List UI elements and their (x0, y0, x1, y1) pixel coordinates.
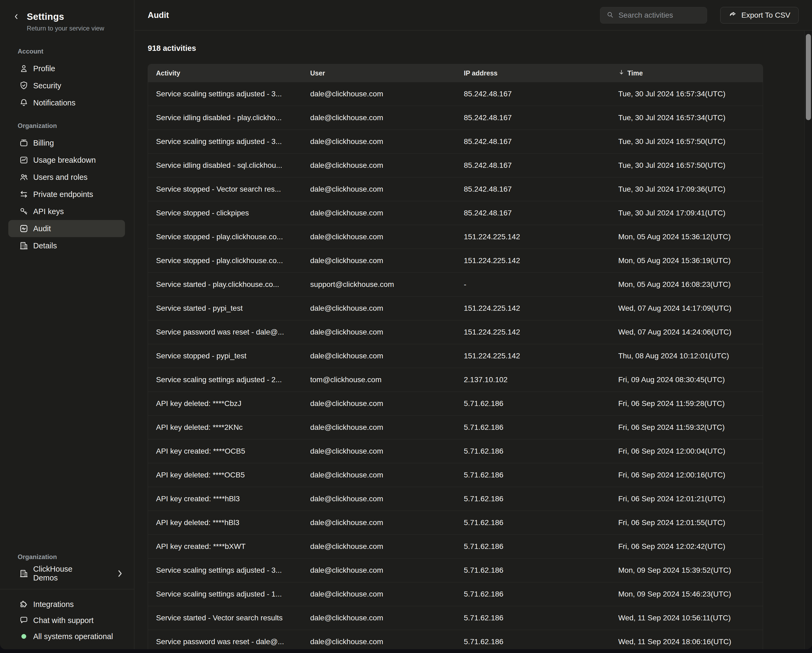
cell-activity: API key deleted: ****hBl3 (148, 519, 310, 527)
column-header-time[interactable]: Time (618, 69, 763, 77)
vertical-scrollbar-track[interactable] (804, 31, 812, 649)
cell-time: Wed, 07 Aug 2024 14:17:09(UTC) (618, 304, 763, 313)
cell-ip-address: 151.224.225.142 (464, 233, 618, 241)
table-row: Service idling disabled - sql.clickhou..… (148, 153, 763, 177)
chat-with-support-link[interactable]: Chat with support (0, 612, 134, 629)
cell-activity: Service started - play.clickhouse.co... (148, 280, 310, 289)
cell-ip-address: 2.137.10.102 (464, 375, 618, 384)
cell-activity: Service scaling settings adjusted - 3... (148, 566, 310, 575)
settings-sidebar: Settings Return to your service view Acc… (0, 0, 134, 649)
building-icon (19, 568, 29, 578)
sidebar-item-audit[interactable]: Audit (8, 220, 125, 237)
table-row: Service scaling settings adjusted - 2...… (148, 368, 763, 392)
system-status-link[interactable]: All systems operational (0, 629, 134, 644)
vertical-scrollbar-thumb[interactable] (806, 34, 811, 120)
building-icon (19, 241, 29, 251)
cell-ip-address: 5.71.62.186 (464, 423, 618, 432)
sidebar-item-label: Profile (33, 64, 55, 73)
cell-ip-address: 5.71.62.186 (464, 614, 618, 622)
table-body: Service scaling settings adjusted - 3...… (148, 82, 763, 649)
chevron-left-icon (13, 13, 20, 21)
cell-ip-address: - (464, 280, 618, 289)
cell-ip-address: 5.71.62.186 (464, 566, 618, 575)
cell-user: dale@clickhouse.com (310, 423, 464, 432)
cell-ip-address: 85.242.48.167 (464, 113, 618, 122)
sidebar-item-label: Private endpoints (33, 190, 93, 199)
cell-user: dale@clickhouse.com (310, 90, 464, 98)
cell-ip-address: 5.71.62.186 (464, 519, 618, 527)
cell-user: dale@clickhouse.com (310, 185, 464, 194)
sidebar-item-label: Notifications (33, 99, 75, 107)
table-row: Service started - play.clickhouse.co...s… (148, 272, 763, 296)
cell-activity: API key deleted: ****OCB5 (148, 471, 310, 479)
sidebar-footer: Integrations Chat with support All syste… (0, 589, 134, 649)
cell-ip-address: 151.224.225.142 (464, 256, 618, 265)
cell-user: dale@clickhouse.com (310, 233, 464, 241)
cell-time: Wed, 07 Aug 2024 14:24:06(UTC) (618, 328, 763, 336)
table-row: Service scaling settings adjusted - 3...… (148, 130, 763, 153)
cell-ip-address: 5.71.62.186 (464, 494, 618, 503)
export-csv-label: Export To CSV (741, 11, 790, 20)
table-row: Service stopped - play.clickhouse.co...d… (148, 225, 763, 249)
cell-activity: API key deleted: ****CbzJ (148, 399, 310, 408)
sidebar-item-label: Details (33, 241, 57, 250)
cell-activity: API key created: ****hBl3 (148, 494, 310, 503)
cell-ip-address: 85.242.48.167 (464, 209, 618, 217)
table-row: Service stopped - Vector search res...da… (148, 177, 763, 201)
cell-ip-address: 5.71.62.186 (464, 590, 618, 598)
cell-time: Mon, 05 Aug 2024 15:36:12(UTC) (618, 233, 763, 241)
back-button[interactable] (12, 11, 21, 23)
cell-activity: Service password was reset - dale@... (148, 638, 310, 646)
cell-activity: Service scaling settings adjusted - 1... (148, 590, 310, 598)
cell-time: Fri, 06 Sep 2024 11:59:32(UTC) (618, 423, 763, 432)
sort-descending-arrow-icon (618, 69, 625, 77)
section-label-organization-bottom: Organization (0, 553, 134, 561)
cell-ip-address: 151.224.225.142 (464, 352, 618, 360)
sidebar-item-private-endpoints[interactable]: Private endpoints (8, 186, 125, 203)
cell-ip-address: 85.242.48.167 (464, 90, 618, 98)
main-area: Audit Export To CSV 918 activities (134, 0, 812, 649)
sidebar-item-security[interactable]: Security (8, 77, 125, 94)
cell-activity: Service scaling settings adjusted - 3... (148, 90, 310, 98)
table-row: API key deleted: ****CbzJdale@clickhouse… (148, 392, 763, 415)
export-csv-button[interactable]: Export To CSV (720, 7, 798, 24)
sidebar-item-api-keys[interactable]: API keys (8, 203, 125, 220)
integrations-link[interactable]: Integrations (0, 596, 134, 612)
page-title: Audit (148, 11, 169, 20)
app-window: Settings Return to your service view Acc… (0, 0, 812, 649)
audit-table: Activity User IP address Time Service sc… (148, 64, 763, 649)
cell-ip-address: 5.71.62.186 (464, 447, 618, 456)
cell-time: Tue, 30 Jul 2024 16:57:34(UTC) (618, 113, 763, 122)
footer-item-label: Integrations (33, 600, 74, 609)
cell-user: dale@clickhouse.com (310, 447, 464, 456)
sidebar-item-notifications[interactable]: Notifications (8, 94, 125, 111)
cell-activity: Service scaling settings adjusted - 3... (148, 137, 310, 146)
cell-activity: Service started - Vector search results (148, 614, 310, 622)
cell-user: dale@clickhouse.com (310, 471, 464, 479)
audit-content: 918 activities Activity User IP address … (134, 31, 812, 649)
cell-time: Tue, 30 Jul 2024 17:09:36(UTC) (618, 185, 763, 194)
sidebar-item-users-and-roles[interactable]: Users and roles (8, 169, 125, 186)
sidebar-item-billing[interactable]: Billing (8, 134, 125, 151)
cell-time: Tue, 30 Jul 2024 17:09:41(UTC) (618, 209, 763, 217)
sidebar-item-label: Users and roles (33, 173, 87, 182)
sidebar-item-organization-switcher[interactable]: ClickHouse Demos (8, 565, 125, 582)
cell-time: Wed, 11 Sep 2024 18:06:16(UTC) (618, 638, 763, 646)
sidebar-item-profile[interactable]: Profile (8, 60, 125, 77)
cell-ip-address: 5.71.62.186 (464, 471, 618, 479)
cell-user: dale@clickhouse.com (310, 209, 464, 217)
search-input[interactable] (618, 11, 701, 20)
footer-item-label: Chat with support (33, 616, 94, 625)
cell-ip-address: 151.224.225.142 (464, 304, 618, 313)
cell-user: dale@clickhouse.com (310, 352, 464, 360)
table-row: API key deleted: ****2KNcdale@clickhouse… (148, 415, 763, 439)
cell-user: dale@clickhouse.com (310, 590, 464, 598)
cell-user: dale@clickhouse.com (310, 494, 464, 503)
bell-icon (19, 98, 29, 108)
audit-pulse-icon (19, 223, 29, 233)
sidebar-item-details[interactable]: Details (8, 237, 125, 254)
sidebar-item-usage-breakdown[interactable]: Usage breakdown (8, 151, 125, 169)
sidebar-item-label: API keys (33, 207, 64, 216)
cell-ip-address: 85.242.48.167 (464, 137, 618, 146)
cell-activity: Service stopped - play.clickhouse.co... (148, 233, 310, 241)
